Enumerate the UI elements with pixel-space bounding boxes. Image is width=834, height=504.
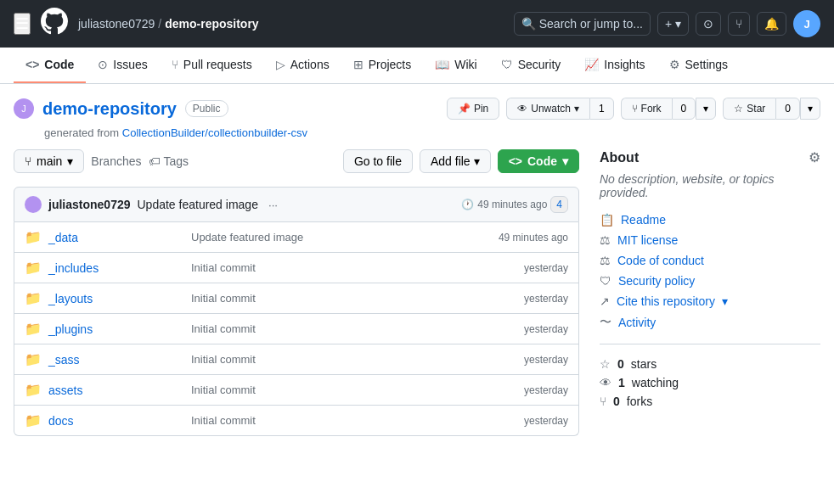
activity-label: Activity	[618, 316, 656, 329]
file-name-link[interactable]: _data	[48, 231, 184, 244]
star-label: Star	[747, 103, 765, 115]
star-caret-button[interactable]: ▾	[800, 98, 820, 120]
about-section: About ⚙ No description, website, or topi…	[600, 149, 820, 411]
file-commit-message: Initial commit	[191, 414, 517, 427]
readme-link[interactable]: 📋 Readme	[600, 210, 820, 230]
file-time: 49 minutes ago	[499, 232, 568, 244]
repo-name[interactable]: demo-repository	[42, 99, 177, 119]
forks-stat: ⑂ 0 forks	[600, 392, 820, 411]
tab-actions[interactable]: ▷ Actions	[264, 48, 341, 83]
watch-group: 👁 Unwatch ▾ 1	[506, 98, 613, 120]
file-time: yesterday	[524, 262, 568, 274]
gear-icon[interactable]: ⚙	[809, 149, 820, 165]
branch-name: main	[37, 154, 62, 168]
watching-label: watching	[632, 376, 679, 389]
notifications-button[interactable]: 🔔	[757, 12, 786, 36]
file-name-link[interactable]: assets	[48, 384, 184, 397]
branch-button[interactable]: ⑂ main ▾	[14, 149, 84, 173]
commit-author[interactable]: juliastone0729	[48, 198, 131, 211]
star-button[interactable]: ☆ Star	[723, 98, 775, 120]
activity-icon: 〜	[600, 315, 611, 330]
file-commit-message: Initial commit	[191, 292, 517, 305]
tab-issues[interactable]: ⊙ Issues	[86, 48, 159, 83]
commit-message: Update featured image	[138, 198, 258, 211]
add-file-label: Add file	[431, 154, 471, 168]
repo-header-actions: 📌 Pin 👁 Unwatch ▾ 1 ⑂ Fork 0 ▾ ☆ Star 0	[447, 98, 820, 120]
tab-projects[interactable]: ⊞ Projects	[341, 48, 424, 83]
file-commit-message: Initial commit	[191, 353, 517, 366]
repo-tabs: <> Code ⊙ Issues ⑂ Pull requests ▷ Actio…	[0, 48, 834, 84]
fork-count[interactable]: 0	[672, 98, 696, 120]
go-to-file-button[interactable]: Go to file	[343, 149, 413, 173]
clock-icon: 🕐	[461, 199, 474, 210]
code-label: Code	[527, 154, 557, 168]
actions-tab-icon: ▷	[276, 58, 285, 71]
code-of-conduct-link[interactable]: ⚖ Code of conduct	[600, 250, 820, 271]
file-commit-message: Initial commit	[191, 322, 517, 335]
pin-button[interactable]: 📌 Pin	[447, 98, 499, 120]
add-file-caret-icon: ▾	[474, 154, 480, 168]
file-name-link[interactable]: _layouts	[48, 292, 184, 305]
activity-link[interactable]: 〜 Activity	[600, 311, 820, 333]
fork-label: Fork	[641, 103, 662, 115]
table-row: 📁 _layouts Initial commit yesterday	[14, 283, 578, 314]
mit-license-link[interactable]: ⚖ MIT license	[600, 230, 820, 250]
stars-stat: ☆ 0 stars	[600, 355, 820, 373]
watching-stat: 👁 1 watching	[600, 373, 820, 392]
avatar[interactable]: J	[793, 10, 820, 37]
add-file-button[interactable]: Add file ▾	[420, 149, 491, 173]
issues-tab-icon: ⊙	[98, 58, 108, 71]
tab-insights-label: Insights	[604, 58, 645, 71]
tab-settings[interactable]: ⚙ Settings	[657, 48, 741, 83]
tab-pullrequests[interactable]: ⑂ Pull requests	[160, 48, 264, 83]
pin-label: Pin	[474, 103, 488, 115]
fork-button[interactable]: ⑂ Fork	[621, 98, 672, 120]
tab-wiki[interactable]: 📖 Wiki	[423, 48, 488, 83]
nav-repo[interactable]: demo-repository	[165, 17, 258, 31]
wiki-tab-icon: 📖	[435, 58, 449, 71]
branches-link[interactable]: Branches	[91, 154, 141, 168]
tab-security[interactable]: 🛡 Security	[489, 48, 573, 83]
hamburger-button[interactable]: ☰	[14, 13, 31, 35]
cite-repo-label: Cite this repository	[617, 294, 715, 308]
file-time: yesterday	[524, 354, 568, 366]
file-time: yesterday	[524, 323, 568, 335]
watch-count[interactable]: 1	[589, 98, 614, 120]
file-name-link[interactable]: _includes	[48, 261, 184, 275]
projects-tab-icon: ⊞	[353, 58, 363, 71]
generated-from-link[interactable]: CollectionBuilder/collectionbuilder-csv	[122, 126, 307, 139]
tab-code[interactable]: <> Code	[14, 48, 86, 83]
issues-nav-button[interactable]: ⊙	[696, 12, 721, 36]
file-time: yesterday	[524, 293, 568, 305]
tags-link[interactable]: 🏷 Tags	[149, 154, 189, 168]
table-row: 📁 assets Initial commit yesterday	[14, 375, 578, 406]
commit-ellipsis-button[interactable]: ···	[265, 197, 281, 213]
shield-icon: 🛡	[600, 274, 611, 288]
fork-caret-button[interactable]: ▾	[696, 98, 716, 120]
code-of-conduct-label: Code of conduct	[617, 254, 704, 267]
star-icon: ☆	[734, 103, 743, 115]
file-name-link[interactable]: _plugins	[48, 322, 184, 336]
nav-owner[interactable]: juliastone0729	[78, 17, 155, 31]
security-policy-link[interactable]: 🛡 Security policy	[600, 271, 820, 291]
search-button[interactable]: 🔍 Search or jump to...	[514, 12, 651, 36]
eye-stat-icon: 👁	[600, 376, 611, 389]
watch-button[interactable]: 👁 Unwatch ▾	[506, 98, 589, 120]
plus-button[interactable]: + ▾	[657, 12, 689, 36]
table-row: 📁 _sass Initial commit yesterday	[14, 344, 578, 375]
file-name-link[interactable]: _sass	[48, 353, 184, 367]
commit-hash-button[interactable]: 4	[550, 196, 568, 213]
cite-repo-link[interactable]: ↗ Cite this repository ▾	[600, 291, 820, 311]
table-row: 📁 _includes Initial commit yesterday	[14, 253, 578, 283]
tab-insights[interactable]: 📈 Insights	[572, 48, 656, 83]
code-angle-icon: <>	[509, 154, 522, 168]
star-count[interactable]: 0	[775, 98, 800, 120]
settings-tab-icon: ⚙	[669, 58, 680, 71]
pr-nav-button[interactable]: ⑂	[728, 12, 750, 36]
code-button[interactable]: <> Code ▾	[498, 149, 579, 173]
repo-title-area: J demo-repository Public	[14, 98, 438, 119]
folder-icon: 📁	[25, 229, 42, 245]
fork-stat-icon: ⑂	[600, 395, 606, 408]
file-name-link[interactable]: docs	[48, 414, 184, 428]
main-content: ⑂ main ▾ Branches 🏷 Tags Go to file Add …	[0, 149, 834, 436]
